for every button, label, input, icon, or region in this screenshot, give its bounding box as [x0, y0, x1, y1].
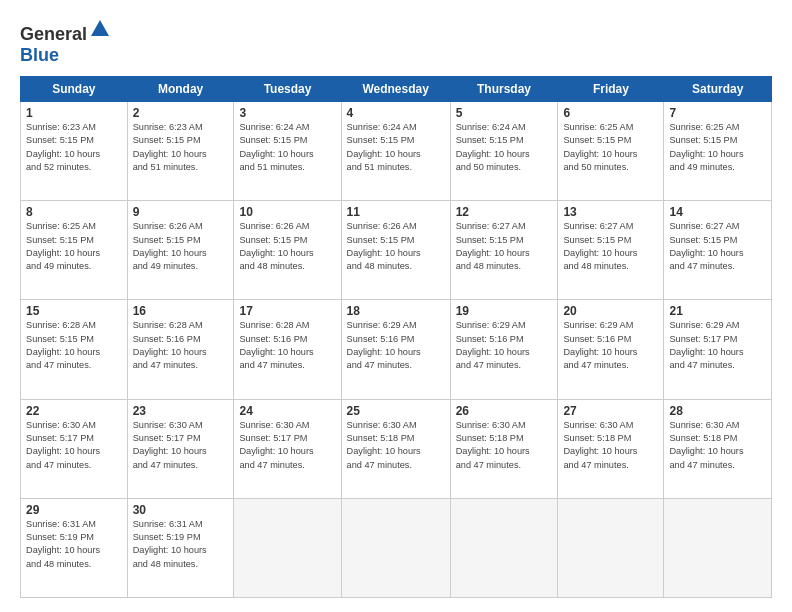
day-number: 15: [26, 304, 122, 318]
calendar-cell: 2Sunrise: 6:23 AMSunset: 5:15 PMDaylight…: [127, 102, 234, 201]
day-info: Sunrise: 6:25 AMSunset: 5:15 PMDaylight:…: [563, 121, 658, 174]
day-info: Sunrise: 6:26 AMSunset: 5:15 PMDaylight:…: [239, 220, 335, 273]
day-info: Sunrise: 6:23 AMSunset: 5:15 PMDaylight:…: [26, 121, 122, 174]
day-info: Sunrise: 6:30 AMSunset: 5:17 PMDaylight:…: [133, 419, 229, 472]
day-header-sunday: Sunday: [21, 77, 128, 102]
day-number: 26: [456, 404, 553, 418]
calendar-cell: 5Sunrise: 6:24 AMSunset: 5:15 PMDaylight…: [450, 102, 558, 201]
svg-marker-0: [91, 20, 109, 36]
calendar-cell: 30Sunrise: 6:31 AMSunset: 5:19 PMDayligh…: [127, 498, 234, 597]
logo-text: General Blue: [20, 18, 111, 66]
day-number: 7: [669, 106, 766, 120]
calendar-cell: 10Sunrise: 6:26 AMSunset: 5:15 PMDayligh…: [234, 201, 341, 300]
calendar-cell: 7Sunrise: 6:25 AMSunset: 5:15 PMDaylight…: [664, 102, 772, 201]
day-number: 3: [239, 106, 335, 120]
day-info: Sunrise: 6:23 AMSunset: 5:15 PMDaylight:…: [133, 121, 229, 174]
calendar-cell: 11Sunrise: 6:26 AMSunset: 5:15 PMDayligh…: [341, 201, 450, 300]
day-info: Sunrise: 6:30 AMSunset: 5:18 PMDaylight:…: [563, 419, 658, 472]
calendar-cell: 25Sunrise: 6:30 AMSunset: 5:18 PMDayligh…: [341, 399, 450, 498]
calendar-cell: 1Sunrise: 6:23 AMSunset: 5:15 PMDaylight…: [21, 102, 128, 201]
calendar-row: 29Sunrise: 6:31 AMSunset: 5:19 PMDayligh…: [21, 498, 772, 597]
calendar-cell: [341, 498, 450, 597]
calendar-table: SundayMondayTuesdayWednesdayThursdayFrid…: [20, 76, 772, 598]
day-header-monday: Monday: [127, 77, 234, 102]
day-number: 12: [456, 205, 553, 219]
header-row: SundayMondayTuesdayWednesdayThursdayFrid…: [21, 77, 772, 102]
calendar-cell: 22Sunrise: 6:30 AMSunset: 5:17 PMDayligh…: [21, 399, 128, 498]
day-header-thursday: Thursday: [450, 77, 558, 102]
logo-general: General: [20, 24, 87, 44]
calendar-cell: [558, 498, 664, 597]
day-number: 24: [239, 404, 335, 418]
day-number: 23: [133, 404, 229, 418]
day-info: Sunrise: 6:25 AMSunset: 5:15 PMDaylight:…: [669, 121, 766, 174]
day-info: Sunrise: 6:29 AMSunset: 5:16 PMDaylight:…: [347, 319, 445, 372]
day-number: 8: [26, 205, 122, 219]
day-info: Sunrise: 6:28 AMSunset: 5:16 PMDaylight:…: [239, 319, 335, 372]
day-info: Sunrise: 6:25 AMSunset: 5:15 PMDaylight:…: [26, 220, 122, 273]
day-number: 29: [26, 503, 122, 517]
day-number: 16: [133, 304, 229, 318]
day-number: 2: [133, 106, 229, 120]
calendar-cell: 27Sunrise: 6:30 AMSunset: 5:18 PMDayligh…: [558, 399, 664, 498]
day-info: Sunrise: 6:31 AMSunset: 5:19 PMDaylight:…: [26, 518, 122, 571]
calendar-cell: 6Sunrise: 6:25 AMSunset: 5:15 PMDaylight…: [558, 102, 664, 201]
day-number: 17: [239, 304, 335, 318]
day-info: Sunrise: 6:28 AMSunset: 5:16 PMDaylight:…: [133, 319, 229, 372]
calendar-cell: 29Sunrise: 6:31 AMSunset: 5:19 PMDayligh…: [21, 498, 128, 597]
calendar-cell: [450, 498, 558, 597]
calendar-cell: 15Sunrise: 6:28 AMSunset: 5:15 PMDayligh…: [21, 300, 128, 399]
day-number: 18: [347, 304, 445, 318]
day-info: Sunrise: 6:24 AMSunset: 5:15 PMDaylight:…: [239, 121, 335, 174]
day-number: 14: [669, 205, 766, 219]
calendar-cell: 3Sunrise: 6:24 AMSunset: 5:15 PMDaylight…: [234, 102, 341, 201]
day-info: Sunrise: 6:29 AMSunset: 5:16 PMDaylight:…: [563, 319, 658, 372]
day-number: 5: [456, 106, 553, 120]
day-info: Sunrise: 6:30 AMSunset: 5:18 PMDaylight:…: [669, 419, 766, 472]
day-info: Sunrise: 6:27 AMSunset: 5:15 PMDaylight:…: [456, 220, 553, 273]
calendar-cell: 26Sunrise: 6:30 AMSunset: 5:18 PMDayligh…: [450, 399, 558, 498]
calendar-cell: 17Sunrise: 6:28 AMSunset: 5:16 PMDayligh…: [234, 300, 341, 399]
calendar-cell: 12Sunrise: 6:27 AMSunset: 5:15 PMDayligh…: [450, 201, 558, 300]
calendar-cell: [234, 498, 341, 597]
day-header-friday: Friday: [558, 77, 664, 102]
calendar-cell: 14Sunrise: 6:27 AMSunset: 5:15 PMDayligh…: [664, 201, 772, 300]
day-number: 25: [347, 404, 445, 418]
day-number: 6: [563, 106, 658, 120]
day-number: 9: [133, 205, 229, 219]
calendar-cell: 21Sunrise: 6:29 AMSunset: 5:17 PMDayligh…: [664, 300, 772, 399]
day-info: Sunrise: 6:30 AMSunset: 5:17 PMDaylight:…: [239, 419, 335, 472]
logo-blue: Blue: [20, 45, 59, 65]
day-info: Sunrise: 6:30 AMSunset: 5:18 PMDaylight:…: [456, 419, 553, 472]
day-number: 10: [239, 205, 335, 219]
header: General Blue: [20, 18, 772, 66]
day-info: Sunrise: 6:26 AMSunset: 5:15 PMDaylight:…: [133, 220, 229, 273]
day-header-tuesday: Tuesday: [234, 77, 341, 102]
day-info: Sunrise: 6:26 AMSunset: 5:15 PMDaylight:…: [347, 220, 445, 273]
calendar-cell: 28Sunrise: 6:30 AMSunset: 5:18 PMDayligh…: [664, 399, 772, 498]
calendar-cell: 16Sunrise: 6:28 AMSunset: 5:16 PMDayligh…: [127, 300, 234, 399]
logo: General Blue: [20, 18, 111, 66]
day-number: 21: [669, 304, 766, 318]
day-info: Sunrise: 6:27 AMSunset: 5:15 PMDaylight:…: [563, 220, 658, 273]
calendar-row: 22Sunrise: 6:30 AMSunset: 5:17 PMDayligh…: [21, 399, 772, 498]
day-info: Sunrise: 6:24 AMSunset: 5:15 PMDaylight:…: [347, 121, 445, 174]
day-info: Sunrise: 6:31 AMSunset: 5:19 PMDaylight:…: [133, 518, 229, 571]
calendar-cell: 13Sunrise: 6:27 AMSunset: 5:15 PMDayligh…: [558, 201, 664, 300]
calendar-row: 1Sunrise: 6:23 AMSunset: 5:15 PMDaylight…: [21, 102, 772, 201]
calendar-cell: 23Sunrise: 6:30 AMSunset: 5:17 PMDayligh…: [127, 399, 234, 498]
day-number: 1: [26, 106, 122, 120]
day-number: 19: [456, 304, 553, 318]
day-info: Sunrise: 6:28 AMSunset: 5:15 PMDaylight:…: [26, 319, 122, 372]
calendar-cell: 4Sunrise: 6:24 AMSunset: 5:15 PMDaylight…: [341, 102, 450, 201]
calendar-cell: 18Sunrise: 6:29 AMSunset: 5:16 PMDayligh…: [341, 300, 450, 399]
day-info: Sunrise: 6:29 AMSunset: 5:16 PMDaylight:…: [456, 319, 553, 372]
day-number: 20: [563, 304, 658, 318]
day-info: Sunrise: 6:24 AMSunset: 5:15 PMDaylight:…: [456, 121, 553, 174]
day-info: Sunrise: 6:29 AMSunset: 5:17 PMDaylight:…: [669, 319, 766, 372]
calendar-cell: 19Sunrise: 6:29 AMSunset: 5:16 PMDayligh…: [450, 300, 558, 399]
calendar-cell: 9Sunrise: 6:26 AMSunset: 5:15 PMDaylight…: [127, 201, 234, 300]
day-number: 11: [347, 205, 445, 219]
day-info: Sunrise: 6:30 AMSunset: 5:18 PMDaylight:…: [347, 419, 445, 472]
day-number: 30: [133, 503, 229, 517]
